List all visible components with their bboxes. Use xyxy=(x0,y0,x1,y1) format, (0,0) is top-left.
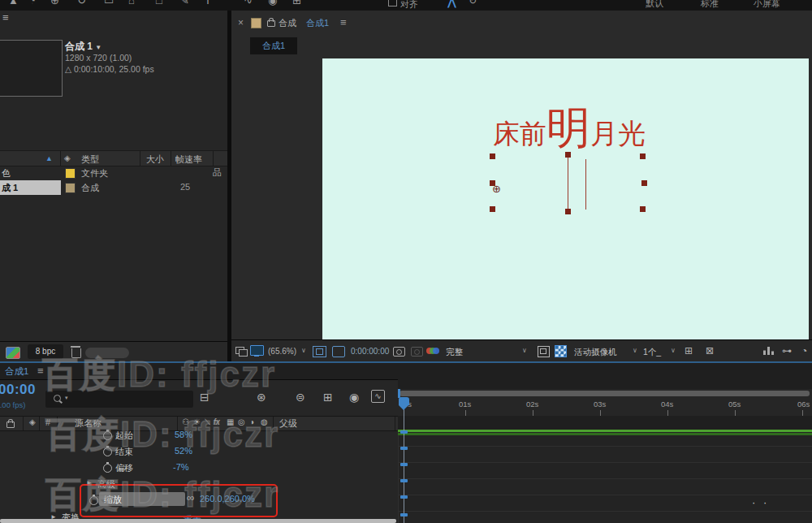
comp-thumbnail[interactable] xyxy=(0,40,63,97)
source-name-column[interactable]: 源名称 xyxy=(75,417,102,430)
label-column-icon[interactable]: ◈ xyxy=(29,417,36,426)
table-row[interactable]: 成 1 合成 25 xyxy=(0,180,227,195)
resolution-dropdown[interactable]: 完整 xyxy=(446,347,463,358)
panel-menu-icon[interactable]: ≡ xyxy=(2,11,9,24)
property-value[interactable]: -7% xyxy=(173,462,189,472)
lock-column-icon[interactable] xyxy=(6,421,15,428)
frame-blending-icon[interactable]: ⊞ xyxy=(323,391,333,404)
property-label[interactable]: 结束 xyxy=(115,446,133,458)
snapshot-icon[interactable] xyxy=(393,347,405,357)
workspace-standard[interactable]: 标准 xyxy=(701,0,719,10)
motion-blur-switch-icon[interactable]: ◎ xyxy=(238,417,245,426)
property-value[interactable]: 58% xyxy=(175,430,192,439)
property-value[interactable]: 52% xyxy=(175,446,192,456)
workspace-small-screen[interactable]: 小屏幕 xyxy=(754,0,780,10)
parent-column[interactable]: 父级 xyxy=(279,417,297,430)
show-snapshot-icon[interactable] xyxy=(411,347,423,357)
label-swatch[interactable] xyxy=(65,183,76,193)
primary-viewer-icon[interactable] xyxy=(250,345,264,356)
reset-exposure-icon[interactable]: ◔ xyxy=(801,345,807,357)
adjustment-switch-icon[interactable]: ◑ xyxy=(249,417,254,426)
graph-editor-icon[interactable]: ∿ xyxy=(371,390,385,403)
camera-tool-icon[interactable]: ▭ xyxy=(104,0,114,6)
unlock-icon[interactable] xyxy=(267,20,275,27)
grid-guides-icon[interactable]: ⊞ xyxy=(685,345,693,357)
selection-handle[interactable] xyxy=(640,206,646,212)
timeline-menu-icon[interactable]: ≡ xyxy=(37,365,44,377)
threed-switch-icon[interactable]: ◍ xyxy=(261,417,268,426)
selection-handle[interactable] xyxy=(640,153,646,159)
chevron-down-icon[interactable]: ∨ xyxy=(522,347,527,354)
viewer-comp-name[interactable]: 合成1 xyxy=(306,17,329,29)
sort-ascending-icon[interactable]: ▲ xyxy=(45,154,53,162)
pen-tool-icon[interactable]: ✎ xyxy=(180,0,189,6)
exposure-histogram-icon[interactable] xyxy=(763,347,774,355)
pixel-aspect-correction-icon[interactable]: ⊠ xyxy=(706,345,714,357)
new-composition-pill[interactable] xyxy=(85,348,129,358)
column-type[interactable]: 类型 xyxy=(81,153,99,166)
comp-label-swatch[interactable] xyxy=(251,18,261,28)
stopwatch-icon[interactable] xyxy=(103,431,112,440)
composition-canvas[interactable]: 床前明月光 ⊕ xyxy=(322,58,809,339)
rotate-tool-icon[interactable]: ↻ xyxy=(77,0,86,6)
camera-view-dropdown[interactable]: 活动摄像机 xyxy=(574,347,617,358)
type-tool-icon[interactable]: T xyxy=(205,0,211,6)
timeline-tab[interactable]: 合成1 xyxy=(5,365,28,378)
clone-stamp-tool-icon[interactable]: ◉ xyxy=(268,0,277,6)
quality-switch-icon[interactable]: ⟍ xyxy=(205,417,210,427)
track-row[interactable] xyxy=(398,478,812,496)
viewer-menu-icon[interactable]: ≡ xyxy=(340,16,347,28)
horizontal-scrollbar[interactable] xyxy=(0,519,396,523)
interpret-footage-icon[interactable] xyxy=(6,347,20,359)
motion-blur-icon[interactable]: ◉ xyxy=(349,391,359,404)
selection-tool-icon[interactable]: ▲ xyxy=(8,0,19,6)
search-input[interactable]: ▾ xyxy=(45,391,193,408)
brush-tool-icon[interactable]: ∿ xyxy=(244,0,253,6)
current-time-display[interactable]: 00:00 xyxy=(0,382,36,398)
magnification-dropdown[interactable]: (65.6%) xyxy=(268,347,296,356)
selection-handle[interactable] xyxy=(565,152,571,158)
label-swatch[interactable] xyxy=(65,168,76,179)
chevron-down-icon[interactable]: ∨ xyxy=(633,347,637,354)
rasterize-switch-icon[interactable]: ☀ xyxy=(193,417,201,426)
frame-blend-switch-icon[interactable]: ▦ xyxy=(227,417,234,426)
property-label[interactable]: 偏移 xyxy=(115,462,133,474)
track-row[interactable] xyxy=(398,511,812,523)
property-label[interactable]: 起始 xyxy=(115,430,133,442)
time-ruler[interactable]: 0s 01s 02s 03s 04s 05s 06s xyxy=(398,389,812,416)
shy-switch-icon[interactable]: ⚇ xyxy=(182,417,189,426)
flowchart-icon[interactable]: 品 xyxy=(213,166,222,179)
selection-handle[interactable] xyxy=(565,209,571,214)
selection-handle[interactable] xyxy=(641,180,647,186)
selection-handle[interactable] xyxy=(490,206,495,212)
work-area-bar[interactable] xyxy=(400,391,810,396)
layer-duration-bar[interactable] xyxy=(398,430,812,432)
comp-name-dropdown-icon[interactable]: ▼ xyxy=(95,44,102,51)
label-column-icon[interactable]: ◈ xyxy=(64,153,71,162)
track-row[interactable] xyxy=(398,462,812,480)
puppet-tool-icon[interactable]: ⊞ xyxy=(292,0,301,6)
anchor-point-icon[interactable]: ⊕ xyxy=(492,183,501,195)
chevron-down-icon[interactable]: ∨ xyxy=(671,347,676,354)
selected-tool-icon[interactable]: ⋀ xyxy=(447,0,456,8)
fx-switch-icon[interactable]: fx xyxy=(214,417,220,426)
reset-icon[interactable]: ↻ xyxy=(469,0,477,6)
text-layer[interactable]: 床前明月光 xyxy=(490,96,649,161)
comp-mini-flowchart-icon[interactable]: ⊟ xyxy=(200,391,209,404)
region-of-interest-icon[interactable] xyxy=(332,346,345,357)
keyframe-dots[interactable]: · · xyxy=(752,496,769,508)
workspace-default[interactable]: 默认 xyxy=(646,0,663,10)
chevron-down-icon[interactable]: ∨ xyxy=(301,347,306,354)
stopwatch-icon[interactable] xyxy=(103,464,112,473)
selection-handle[interactable] xyxy=(490,153,495,159)
playhead[interactable] xyxy=(399,397,409,405)
draft-3d-icon[interactable]: ⊛ xyxy=(257,391,266,404)
stopwatch-icon[interactable] xyxy=(103,447,112,456)
track-row[interactable] xyxy=(398,495,812,512)
view-layout-dropdown[interactable]: 1个_ xyxy=(643,347,661,358)
viewer-timecode[interactable]: 0:00:00:00 xyxy=(351,347,389,356)
track-row[interactable] xyxy=(398,446,812,464)
snap-checkbox[interactable] xyxy=(388,0,397,6)
zoom-tool-icon[interactable]: ⊕ xyxy=(50,0,59,6)
shape-tool-icon[interactable]: □ xyxy=(156,0,162,6)
